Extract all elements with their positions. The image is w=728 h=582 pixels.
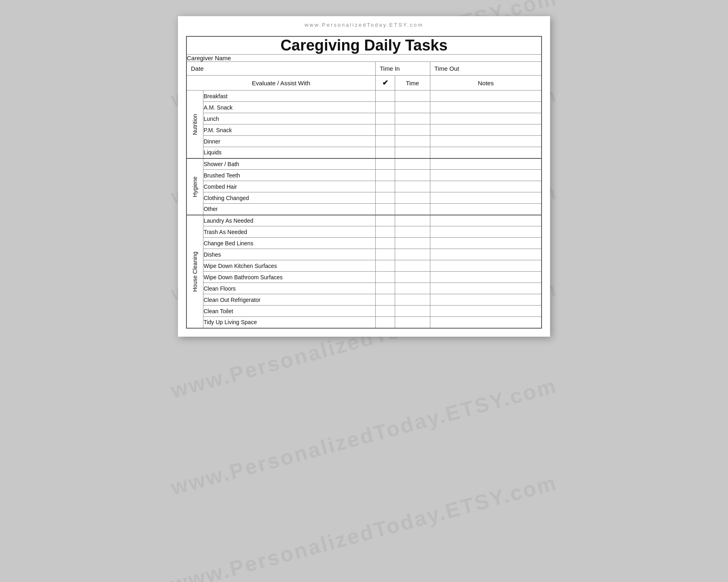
check-box-cell[interactable] (375, 306, 395, 317)
task-row: Dinner (186, 136, 542, 147)
check-box-cell[interactable] (375, 272, 395, 283)
notes-entry-cell[interactable] (430, 181, 542, 192)
task-row: Wipe Down Kitchen Surfaces (186, 260, 542, 272)
task-name: Wipe Down Bathroom Surfaces (203, 272, 376, 283)
notes-entry-cell[interactable] (430, 294, 542, 306)
task-name: Lunch (203, 113, 376, 124)
task-name: Laundry As Needed (203, 215, 376, 226)
caregiver-row: Caregiver Name (186, 55, 542, 62)
time-entry-cell[interactable] (395, 91, 430, 102)
section-label-house-cleaning: House Cleaning (186, 215, 203, 328)
time-entry-cell[interactable] (395, 283, 430, 294)
page-title: Caregiving Daily Tasks (186, 36, 542, 55)
time-entry-cell[interactable] (395, 215, 430, 226)
notes-entry-cell[interactable] (430, 136, 542, 147)
task-name: Breakfast (203, 91, 376, 102)
time-entry-cell[interactable] (395, 147, 430, 158)
time-entry-cell[interactable] (395, 158, 430, 170)
task-name: Clean Out Refrigerator (203, 294, 376, 306)
check-box-cell[interactable] (375, 260, 395, 272)
notes-entry-cell[interactable] (430, 158, 542, 170)
section-label-nutrition: Nutrition (186, 91, 203, 158)
time-entry-cell[interactable] (395, 272, 430, 283)
check-header: ✔ (375, 76, 395, 91)
check-box-cell[interactable] (375, 158, 395, 170)
time-entry-cell[interactable] (395, 226, 430, 238)
time-entry-cell[interactable] (395, 181, 430, 192)
notes-entry-cell[interactable] (430, 317, 542, 328)
notes-entry-cell[interactable] (430, 170, 542, 181)
title-row: Caregiving Daily Tasks (186, 36, 542, 55)
task-row: Liquids (186, 147, 542, 158)
notes-entry-cell[interactable] (430, 204, 542, 215)
check-box-cell[interactable] (375, 181, 395, 192)
time-entry-cell[interactable] (395, 136, 430, 147)
check-box-cell[interactable] (375, 283, 395, 294)
column-headers-row: Evaluate / Assist With ✔ Time Notes (186, 76, 542, 91)
notes-entry-cell[interactable] (430, 215, 542, 226)
notes-header: Notes (430, 76, 542, 91)
notes-entry-cell[interactable] (430, 283, 542, 294)
check-box-cell[interactable] (375, 91, 395, 102)
check-box-cell[interactable] (375, 102, 395, 113)
check-box-cell[interactable] (375, 317, 395, 328)
task-name: Trash As Needed (203, 226, 376, 238)
task-row: Other (186, 204, 542, 215)
check-box-cell[interactable] (375, 113, 395, 124)
date-time-row: Date Time In Time Out (186, 62, 542, 76)
task-row: P.M. Snack (186, 124, 542, 136)
time-entry-cell[interactable] (395, 249, 430, 260)
notes-entry-cell[interactable] (430, 272, 542, 283)
time-header: Time (395, 76, 430, 91)
check-box-cell[interactable] (375, 124, 395, 136)
notes-entry-cell[interactable] (430, 192, 542, 204)
task-name: Dinner (203, 136, 376, 147)
time-entry-cell[interactable] (395, 306, 430, 317)
task-row: Trash As Needed (186, 226, 542, 238)
time-entry-cell[interactable] (395, 113, 430, 124)
time-entry-cell[interactable] (395, 170, 430, 181)
check-box-cell[interactable] (375, 147, 395, 158)
check-box-cell[interactable] (375, 226, 395, 238)
main-table: Caregiving Daily Tasks Caregiver Name Da… (186, 36, 542, 329)
time-out-field: Time Out (430, 62, 542, 76)
notes-entry-cell[interactable] (430, 113, 542, 124)
notes-entry-cell[interactable] (430, 260, 542, 272)
time-entry-cell[interactable] (395, 294, 430, 306)
task-row: A.M. Snack (186, 102, 542, 113)
task-row: Clean Floors (186, 283, 542, 294)
notes-entry-cell[interactable] (430, 102, 542, 113)
task-row: Dishes (186, 249, 542, 260)
notes-entry-cell[interactable] (430, 306, 542, 317)
check-box-cell[interactable] (375, 249, 395, 260)
time-entry-cell[interactable] (395, 317, 430, 328)
check-box-cell[interactable] (375, 238, 395, 249)
date-field: Date (186, 62, 375, 76)
notes-entry-cell[interactable] (430, 124, 542, 136)
time-entry-cell[interactable] (395, 102, 430, 113)
task-name: Clean Floors (203, 283, 376, 294)
notes-entry-cell[interactable] (430, 226, 542, 238)
time-entry-cell[interactable] (395, 260, 430, 272)
time-entry-cell[interactable] (395, 124, 430, 136)
check-box-cell[interactable] (375, 294, 395, 306)
task-row: Clean Toilet (186, 306, 542, 317)
notes-entry-cell[interactable] (430, 147, 542, 158)
check-box-cell[interactable] (375, 170, 395, 181)
notes-entry-cell[interactable] (430, 249, 542, 260)
page: www.PersonalizedToday.ETSY.com Caregivin… (178, 16, 550, 337)
check-box-cell[interactable] (375, 136, 395, 147)
time-entry-cell[interactable] (395, 204, 430, 215)
time-entry-cell[interactable] (395, 192, 430, 204)
task-name: P.M. Snack (203, 124, 376, 136)
notes-entry-cell[interactable] (430, 91, 542, 102)
check-box-cell[interactable] (375, 215, 395, 226)
task-row: Clothing Changed (186, 192, 542, 204)
check-box-cell[interactable] (375, 204, 395, 215)
time-entry-cell[interactable] (395, 238, 430, 249)
notes-entry-cell[interactable] (430, 238, 542, 249)
task-name: Liquids (203, 147, 376, 158)
check-box-cell[interactable] (375, 192, 395, 204)
caregiver-field: Caregiver Name (186, 55, 542, 62)
task-row: Brushed Teeth (186, 170, 542, 181)
